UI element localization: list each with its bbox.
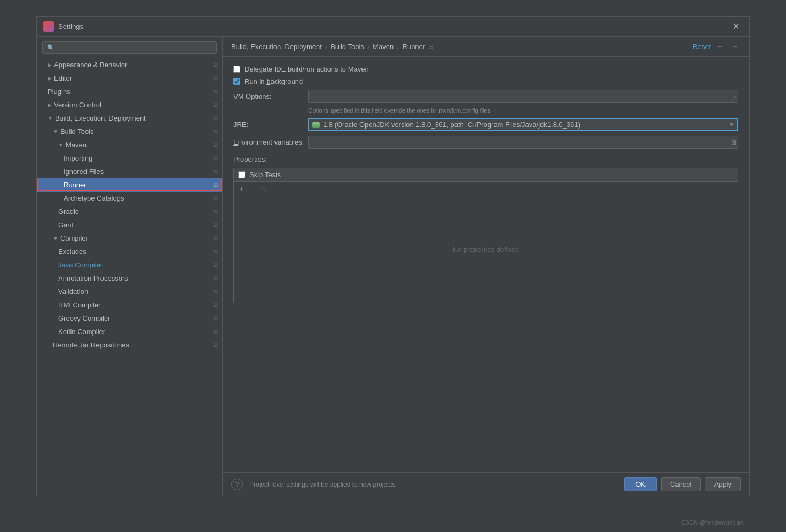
breadcrumb-maven: Maven xyxy=(373,43,394,51)
grid-icon: ⊟ xyxy=(214,142,218,148)
sidebar-item-gradle[interactable]: Gradle ⊟ xyxy=(37,205,222,218)
grid-icon: ⊟ xyxy=(214,209,218,215)
breadcrumb-buildtools: Build Tools xyxy=(331,43,364,51)
hint-text: Project-level settings will be applied t… xyxy=(249,481,395,488)
sidebar-item-gant[interactable]: Gant ⊟ xyxy=(37,218,222,232)
sidebar-item-archetype-catalogs[interactable]: Archetype Catalogs ⊟ xyxy=(37,192,222,205)
env-vars-row: Environment variables: ⊞ xyxy=(233,136,738,149)
search-box[interactable]: 🔍 xyxy=(42,41,217,54)
grid-icon: ⊟ xyxy=(214,89,218,94)
apply-button[interactable]: Apply xyxy=(705,477,741,491)
delegate-ide-label: Delegate IDE build/run actions to Maven xyxy=(245,65,369,73)
forward-button[interactable]: → xyxy=(729,41,741,52)
ok-button[interactable]: OK xyxy=(624,477,657,491)
grid-icon: ⊟ xyxy=(214,302,218,308)
breadcrumb-sep3: › xyxy=(397,43,399,51)
skip-tests-checkbox[interactable] xyxy=(238,171,245,178)
jre-select[interactable]: 1.8 (Oracle OpenJDK version 1.8.0_361, p… xyxy=(308,118,738,131)
sidebar-item-label: Validation xyxy=(58,288,88,296)
sidebar-item-validation[interactable]: Validation ⊟ xyxy=(37,285,222,298)
cancel-button[interactable]: Cancel xyxy=(661,477,701,491)
sidebar-item-build-execution[interactable]: ▼ Build, Execution, Deployment ⊟ xyxy=(37,112,222,125)
grid-icon: ⊟ xyxy=(214,169,218,174)
title-bar: Settings ✕ xyxy=(37,17,749,37)
grid-icon: ⊟ xyxy=(214,102,218,108)
back-button[interactable]: ← xyxy=(714,41,726,52)
sidebar-item-groovy-compiler[interactable]: Groovy Compiler ⊟ xyxy=(37,312,222,325)
search-icon: 🔍 xyxy=(47,44,54,51)
vm-options-input[interactable] xyxy=(308,90,738,103)
env-vars-input[interactable] xyxy=(308,136,738,149)
sidebar-item-rmi-compiler[interactable]: RMI Compiler ⊟ xyxy=(37,298,222,312)
sidebar-item-label: Gradle xyxy=(58,208,79,216)
bottom-bar: ? Project-level settings will be applied… xyxy=(223,472,749,496)
grid-icon: ⊟ xyxy=(214,342,218,348)
sidebar-item-java-compiler[interactable]: Java Compiler ⊟ xyxy=(37,258,222,272)
jre-select-text: 1.8 (Oracle OpenJDK version 1.8.0_361, p… xyxy=(323,121,729,129)
sidebar-item-editor[interactable]: ▶ Editor ⊟ xyxy=(37,72,222,85)
properties-table: No properties defined xyxy=(233,196,738,303)
env-vars-icon[interactable]: ⊞ xyxy=(731,139,736,146)
window-title: Settings xyxy=(58,22,729,30)
run-in-bg-label: Run in background xyxy=(245,77,303,85)
content-area: Delegate IDE build/run actions to Maven … xyxy=(223,57,749,472)
delegate-ide-checkbox[interactable] xyxy=(233,66,240,73)
reset-button[interactable]: Reset xyxy=(693,43,711,51)
sidebar-item-label: Version Control xyxy=(54,101,101,109)
grid-icon: ⊟ xyxy=(214,182,218,188)
sidebar-item-maven[interactable]: ▼ Maven ⊟ xyxy=(37,138,222,152)
search-input[interactable] xyxy=(57,44,212,51)
add-property-button[interactable]: + xyxy=(237,184,246,194)
properties-header: Skip Tests xyxy=(233,168,738,182)
expand-icon[interactable]: ⤢ xyxy=(732,93,736,99)
sidebar-item-label: Remote Jar Repositories xyxy=(53,341,129,349)
breadcrumb-bar: Build, Execution, Deployment › Build Too… xyxy=(223,37,749,57)
settings-window: Settings ✕ 🔍 ▶ Appearance & Behavior ⊟ ▶… xyxy=(36,16,750,496)
sidebar-item-kotlin-compiler[interactable]: Kotlin Compiler ⊟ xyxy=(37,325,222,338)
sidebar-item-build-tools[interactable]: ▼ Build Tools ⊟ xyxy=(37,125,222,138)
close-button[interactable]: ✕ xyxy=(729,20,743,33)
sidebar-item-label: Editor xyxy=(54,74,72,82)
sidebar-item-label: Kotlin Compiler xyxy=(58,328,105,336)
sidebar-item-compiler[interactable]: ▼ Compiler ⊟ xyxy=(37,232,222,245)
app-icon xyxy=(43,21,54,32)
remove-property-button[interactable]: − xyxy=(248,184,256,194)
grid-icon: ⊟ xyxy=(214,129,218,134)
sidebar-item-plugins[interactable]: Plugins ⊟ xyxy=(37,85,222,98)
sidebar-item-remote-jar[interactable]: Remote Jar Repositories ⊟ xyxy=(37,338,222,352)
grid-icon: ⊟ xyxy=(214,235,218,241)
run-in-bg-checkbox[interactable] xyxy=(233,78,240,85)
jre-row: JRE: 1.8 (Oracle OpenJDK version 1.8.0_3… xyxy=(233,118,738,131)
sidebar-item-ignored-files[interactable]: Ignored Files ⊟ xyxy=(37,165,222,178)
sidebar: 🔍 ▶ Appearance & Behavior ⊟ ▶ Editor ⊟ xyxy=(37,37,223,496)
grid-icon: ⊟ xyxy=(214,155,218,161)
sidebar-item-importing[interactable]: Importing ⊟ xyxy=(37,152,222,165)
env-vars-label: Environment variables: xyxy=(233,138,308,146)
sidebar-item-version-control[interactable]: ▶ Version Control ⊟ xyxy=(37,98,222,112)
help-icon: ? xyxy=(235,481,239,488)
sidebar-item-annotation-processors[interactable]: Annotation Processors ⊟ xyxy=(37,272,222,285)
sidebar-item-label: Java Compiler xyxy=(58,261,103,269)
vm-options-hint: Options specified in this field override… xyxy=(308,107,738,114)
edit-property-button[interactable]: ✎ xyxy=(258,184,269,194)
bottom-actions: OK Cancel Apply xyxy=(624,477,741,491)
grid-icon: ⊟ xyxy=(214,195,218,201)
jre-folder-icon xyxy=(312,122,320,128)
sidebar-item-appearance[interactable]: ▶ Appearance & Behavior ⊟ xyxy=(37,58,222,72)
grid-icon: ⊟ xyxy=(214,315,218,321)
sidebar-item-runner[interactable]: Runner ⊟ xyxy=(37,178,222,192)
expand-arrow: ▶ xyxy=(48,62,52,68)
sidebar-item-label: Excludes xyxy=(58,248,87,256)
help-button[interactable]: ? xyxy=(231,479,243,490)
grid-icon: ⊟ xyxy=(214,75,218,81)
sidebar-item-excludes[interactable]: Excludes ⊟ xyxy=(37,245,222,258)
expand-arrow: ▼ xyxy=(48,115,53,121)
sidebar-item-label: Build Tools xyxy=(60,128,94,136)
grid-icon: ⊟ xyxy=(214,289,218,295)
jre-dropdown-arrow: ▼ xyxy=(729,122,734,128)
breadcrumb-grid-icon: ⊟ xyxy=(428,43,433,50)
main-content: Build, Execution, Deployment › Build Too… xyxy=(223,37,749,496)
sidebar-list: ▶ Appearance & Behavior ⊟ ▶ Editor ⊟ Plu… xyxy=(37,58,222,496)
vm-options-wrapper: ⤢ xyxy=(308,90,738,103)
expand-arrow: ▼ xyxy=(58,142,64,148)
